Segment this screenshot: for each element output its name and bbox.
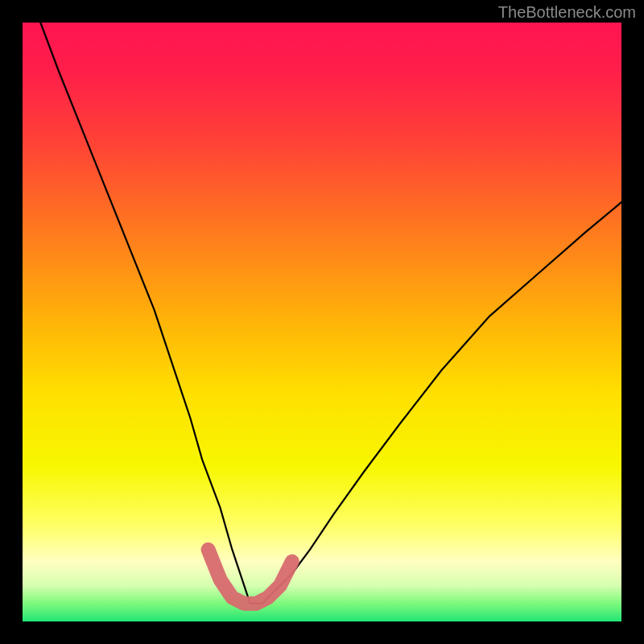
chart-frame: TheBottleneck.com <box>0 0 644 644</box>
watermark-text: TheBottleneck.com <box>498 3 636 22</box>
chart-canvas <box>0 0 644 644</box>
